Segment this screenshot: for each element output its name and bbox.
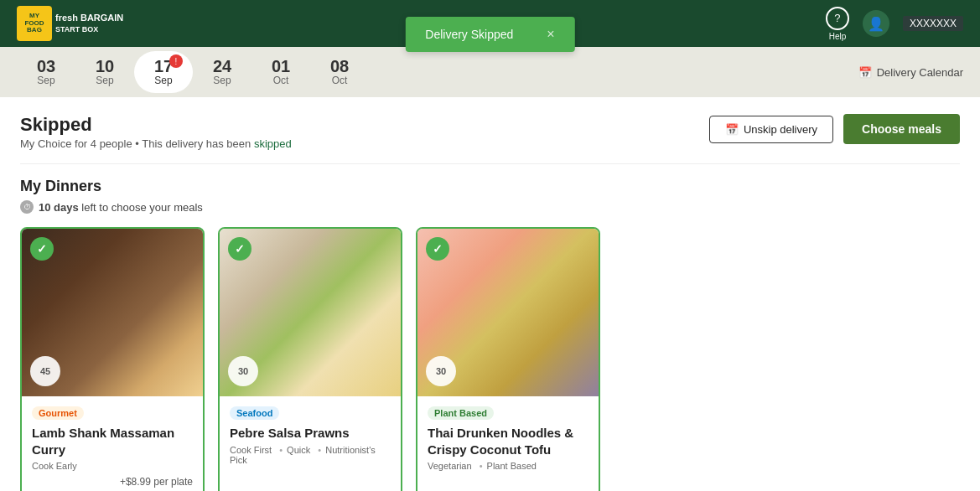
dot-1: • (279, 445, 283, 455)
status-actions: 📅 Unskip delivery Choose meals (709, 114, 960, 144)
date-month: Oct (273, 75, 289, 86)
meal-attr-cook-early: Cook Early (32, 461, 77, 471)
user-account-button[interactable]: 👤 (863, 10, 889, 37)
status-subtitle: My Choice for 4 people • This delivery h… (20, 137, 292, 150)
status-title: Skipped (20, 114, 292, 136)
meal-price-1: +$8.99 per plate (32, 476, 193, 488)
date-num: 24 (213, 58, 231, 75)
unskip-icon: 📅 (725, 123, 739, 136)
card-img-wrap-3: ✓ 30 (417, 229, 599, 396)
delivery-skipped-toast: Delivery Skipped × (405, 17, 574, 52)
date-item-sep24[interactable]: 24 Sep (193, 51, 251, 93)
time-value-3: 30 (436, 366, 446, 376)
toast-close-button[interactable]: × (547, 27, 554, 42)
user-name-bar: XXXXXXX (903, 16, 963, 31)
meal-card-tofu[interactable]: ✓ 30 Plant Based Thai Drunken Noodles & … (416, 227, 600, 491)
date-num: 08 (330, 58, 349, 75)
date-item-sep03[interactable]: 03 Sep (17, 51, 75, 93)
choose-meals-button[interactable]: Choose meals (843, 114, 960, 144)
meal-attr-plant-based: Plant Based (487, 461, 537, 471)
status-bar: Skipped My Choice for 4 people • This de… (20, 114, 960, 150)
section-title: My Dinners (20, 178, 960, 195)
time-value-2: 30 (238, 366, 248, 376)
help-icon: ? (826, 7, 849, 30)
status-subtitle-text: My Choice for 4 people • This delivery h… (20, 137, 254, 150)
logo-area[interactable]: MYFOODBAG fresh BARGAINSTART BOX (17, 6, 123, 41)
meal-check-icon-3: ✓ (426, 237, 449, 261)
header-right: ? Help 👤 XXXXXXX (826, 7, 963, 41)
meal-meta-1: Cook Early (32, 461, 193, 471)
time-value-1: 45 (40, 366, 50, 376)
meal-attr-cook-first: Cook First (230, 445, 272, 455)
date-nav-bar: 03 Sep 10 Sep ! 17 Sep 24 Sep 01 Oct 08 … (0, 47, 980, 97)
meal-tag-2: Seafood (230, 406, 279, 420)
meal-attr-vegetarian: Vegetarian (428, 461, 472, 471)
help-button[interactable]: ? Help (826, 7, 849, 41)
delivery-calendar-label: Delivery Calendar (877, 66, 963, 79)
status-left: Skipped My Choice for 4 people • This de… (20, 114, 292, 150)
date-num: 01 (272, 58, 290, 75)
delivery-calendar-button[interactable]: 📅 Delivery Calendar (858, 66, 963, 79)
meal-tag-3: Plant Based (428, 406, 494, 420)
card-img-wrap-2: ✓ 30 (220, 229, 401, 396)
meal-meta-2: Cook First • Quick • Nutritionist's Pick (230, 445, 391, 465)
days-left-bold: 10 days (39, 201, 79, 214)
meal-name-3: Thai Drunken Noodles & Crispy Coconut To… (428, 425, 589, 457)
meal-card-prawn[interactable]: ✓ 30 Seafood Pebre Salsa Prawns Cook Fir… (218, 227, 402, 491)
date-badge: ! (169, 54, 183, 68)
help-label: Help (829, 32, 847, 41)
main-content: Skipped My Choice for 4 people • This de… (0, 97, 980, 491)
meal-card-body-1: Gourmet Lamb Shank Massaman Curry Cook E… (22, 396, 203, 491)
date-month: Sep (96, 75, 113, 86)
logo-subtext: fresh BARGAINSTART BOX (55, 13, 123, 34)
calendar-icon: 📅 (858, 66, 872, 79)
date-month: Sep (213, 75, 231, 86)
date-item-oct08[interactable]: 08 Oct (310, 51, 369, 93)
meal-meta-3: Vegetarian • Plant Based (428, 461, 589, 471)
meal-time-badge-1: 45 (30, 356, 60, 386)
meal-check-icon-1: ✓ (30, 237, 54, 261)
date-month: Oct (332, 75, 348, 86)
dot-3: • (480, 461, 483, 471)
user-icon: 👤 (868, 16, 884, 32)
clock-icon: ⏱ (20, 200, 34, 214)
meal-attr-quick: Quick (287, 445, 310, 455)
meals-grid: ✓ 45 Gourmet Lamb Shank Massaman Curry C… (20, 227, 960, 491)
my-dinners-section: My Dinners ⏱ 10 days left to choose your… (20, 178, 960, 491)
card-img-wrap-1: ✓ 45 (22, 229, 203, 396)
days-left-text: 10 days left to choose your meals (39, 201, 203, 214)
logo-icon: MYFOODBAG (17, 6, 52, 41)
meal-card-body-2: Seafood Pebre Salsa Prawns Cook First • … (220, 396, 401, 480)
date-num: 10 (96, 58, 114, 75)
unskip-delivery-button[interactable]: 📅 Unskip delivery (709, 116, 833, 143)
meal-time-badge-2: 30 (228, 356, 258, 386)
toast-message: Delivery Skipped (425, 28, 513, 41)
date-item-oct01[interactable]: 01 Oct (251, 51, 310, 93)
skipped-link[interactable]: skipped (254, 137, 292, 150)
date-item-sep10[interactable]: 10 Sep (75, 51, 134, 93)
date-item-sep17[interactable]: ! 17 Sep (134, 51, 193, 93)
meal-card-body-3: Plant Based Thai Drunken Noodles & Crisp… (417, 396, 599, 486)
date-month: Sep (37, 75, 54, 86)
meal-name-1: Lamb Shank Massaman Curry (32, 425, 193, 457)
meal-time-badge-3: 30 (426, 356, 456, 386)
meal-card-lamb[interactable]: ✓ 45 Gourmet Lamb Shank Massaman Curry C… (20, 227, 205, 491)
meal-check-icon-2: ✓ (228, 237, 251, 261)
days-left-row: ⏱ 10 days left to choose your meals (20, 200, 960, 214)
date-month: Sep (154, 75, 172, 86)
meal-tag-1: Gourmet (32, 406, 84, 420)
dot-2: • (318, 445, 321, 455)
date-num: 03 (37, 58, 55, 75)
meal-name-2: Pebre Salsa Prawns (230, 425, 391, 442)
unskip-label: Unskip delivery (744, 123, 817, 136)
